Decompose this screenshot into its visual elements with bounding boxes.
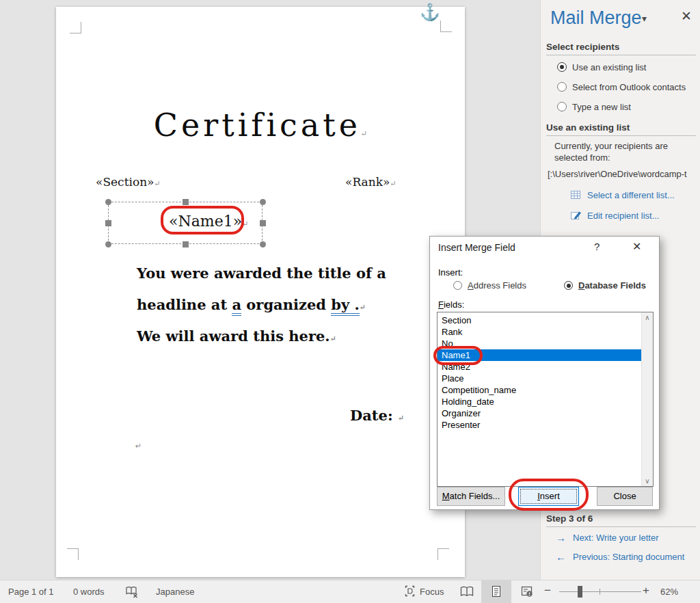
radio-icon[interactable] xyxy=(557,102,567,111)
paragraph-mark: ↵ xyxy=(330,334,336,343)
resize-handle[interactable] xyxy=(105,220,111,226)
dialog-help-icon[interactable]: ? xyxy=(594,241,600,252)
field-item[interactable]: Rank xyxy=(438,326,641,338)
pane-title: Mail Merge xyxy=(550,8,642,29)
radio-address-fields[interactable]: Address Fields xyxy=(453,280,526,293)
radio-icon[interactable] xyxy=(557,82,567,92)
resize-handle[interactable] xyxy=(105,199,111,205)
edit-list-icon[interactable] xyxy=(570,210,582,224)
radio-selected-icon[interactable] xyxy=(557,62,567,72)
paragraph-mark: ↵ xyxy=(361,129,367,138)
fields-label: Fields: xyxy=(438,299,464,310)
zoom-slider-handle[interactable] xyxy=(578,586,582,598)
next-step-link[interactable]: Next: Write your letter xyxy=(573,533,658,543)
field-item[interactable]: No xyxy=(438,338,641,349)
paragraph-mark: ↵ xyxy=(390,179,396,188)
field-item[interactable]: Section xyxy=(438,314,641,326)
margin-crop-mark xyxy=(440,21,452,32)
word-count-status[interactable]: 0 words xyxy=(73,587,105,597)
radio-icon[interactable] xyxy=(453,281,462,290)
print-layout-view-button[interactable] xyxy=(481,580,511,603)
field-item[interactable]: Organizer xyxy=(438,407,641,419)
radio-label: Use an existing list xyxy=(572,62,646,72)
focus-mode-button[interactable]: Focus xyxy=(420,587,444,597)
match-fields-button[interactable]: Match Fields... xyxy=(437,487,505,506)
date-label-text: Date: xyxy=(350,407,393,424)
listbox-scrollbar[interactable]: ∧ ∨ xyxy=(641,312,653,486)
previous-arrow-icon: ← xyxy=(556,551,566,563)
resize-handle[interactable] xyxy=(105,241,111,247)
radio-database-fields[interactable]: Database Fields xyxy=(564,280,646,293)
radio-label: Address Fields xyxy=(468,280,526,291)
body-text: We will award this here. xyxy=(137,327,330,345)
margin-crop-mark xyxy=(70,22,81,34)
resize-handle[interactable] xyxy=(260,199,266,205)
insert-button[interactable]: Insert xyxy=(518,487,579,506)
merge-field-rank: «Rank»↵ xyxy=(345,175,396,189)
zoom-slider-track[interactable] xyxy=(559,591,641,592)
fields-listbox[interactable]: Section Rank No Name1 Name2 Place Compet… xyxy=(437,312,654,487)
edit-recipient-list-link[interactable]: Edit recipient list... xyxy=(587,211,660,221)
paragraph-mark: ↵ xyxy=(154,179,160,188)
merge-field-rank-text: «Rank» xyxy=(345,175,390,189)
radio-use-existing-list[interactable]: Use an existing list xyxy=(557,61,646,73)
proofing-errors-icon[interactable] xyxy=(124,585,139,601)
resize-handle[interactable] xyxy=(260,241,266,247)
close-button[interactable]: Close xyxy=(597,487,653,506)
zoom-level[interactable]: 62% xyxy=(660,587,678,597)
grammar-underlined-text: a xyxy=(232,296,241,316)
paragraph-mark: ↵ xyxy=(398,414,404,423)
table-list-icon[interactable] xyxy=(570,189,581,203)
insert-merge-field-dialog: Insert Merge Field ? ✕ Insert: Address F… xyxy=(429,236,660,510)
merge-field-section: «Section»↵ xyxy=(96,175,161,189)
read-mode-icon[interactable] xyxy=(459,585,474,601)
pane-menu-chevron-down-icon[interactable]: ▾ xyxy=(642,13,647,24)
radio-type-new-list[interactable]: Type a new list xyxy=(557,100,631,113)
resize-handle[interactable] xyxy=(183,199,189,205)
scroll-down-icon[interactable]: ∨ xyxy=(642,477,653,485)
body-text: headline at xyxy=(137,296,232,313)
document-title-text: Certificate xyxy=(154,107,361,144)
paragraph-mark: ↵ xyxy=(360,303,366,312)
focus-mode-icon[interactable] xyxy=(403,585,416,600)
date-label: Date: ↵ xyxy=(350,407,404,424)
page-count-status[interactable]: Page 1 of 1 xyxy=(8,587,54,597)
field-item[interactable]: Presenter xyxy=(438,419,641,431)
divider xyxy=(546,135,696,136)
pane-close-icon[interactable]: ✕ xyxy=(681,8,692,24)
dialog-close-icon[interactable]: ✕ xyxy=(632,240,641,253)
word-window: ⚓ Certificate↵ «Section»↵ «Rank»↵ «Name1… xyxy=(0,0,700,603)
resize-handle[interactable] xyxy=(183,241,189,247)
radio-outlook-contacts[interactable]: Select from Outlook contacts xyxy=(557,81,686,93)
body-text-line: You were awarded the title of a xyxy=(137,265,386,282)
step-heading: Step 3 of 6 xyxy=(546,513,593,524)
zoom-in-button[interactable]: + xyxy=(643,584,649,598)
select-different-list-link[interactable]: Select a different list... xyxy=(587,190,675,200)
divider xyxy=(546,55,696,55)
body-text: organized xyxy=(241,296,331,313)
margin-crop-mark xyxy=(438,548,449,560)
field-item[interactable]: Holding_date xyxy=(438,396,641,407)
grammar-underlined-text: by . xyxy=(331,296,360,316)
radio-label: Type a new list xyxy=(572,102,631,112)
document-page: ⚓ Certificate↵ «Section»↵ «Rank»↵ «Name1… xyxy=(56,7,465,577)
use-existing-list-heading: Use an existing list xyxy=(546,122,630,133)
scroll-up-icon[interactable]: ∧ xyxy=(642,314,653,321)
radio-selected-icon[interactable] xyxy=(564,281,573,290)
field-item[interactable]: Competition_name xyxy=(438,384,641,396)
insert-label: Insert: xyxy=(438,267,463,278)
field-item[interactable]: Place xyxy=(438,373,641,384)
margin-crop-mark xyxy=(67,548,79,560)
field-item-selected[interactable]: Name1 xyxy=(438,349,641,361)
field-item[interactable]: Name2 xyxy=(438,361,641,373)
resize-handle[interactable] xyxy=(260,220,266,226)
select-recipients-heading: Select recipients xyxy=(546,42,619,52)
merge-field-name1-text: «Name1» xyxy=(169,213,242,230)
text-box-selection[interactable]: «Name1»↵ xyxy=(108,202,262,244)
document-title: Certificate↵ xyxy=(56,107,465,144)
previous-step-link[interactable]: Previous: Starting document xyxy=(573,552,684,562)
web-layout-view-icon[interactable] xyxy=(520,585,535,601)
language-status[interactable]: Japanese xyxy=(156,587,194,597)
zoom-out-button[interactable]: − xyxy=(544,584,551,598)
body-text-line: headline at a organized by .↵ xyxy=(137,296,366,313)
